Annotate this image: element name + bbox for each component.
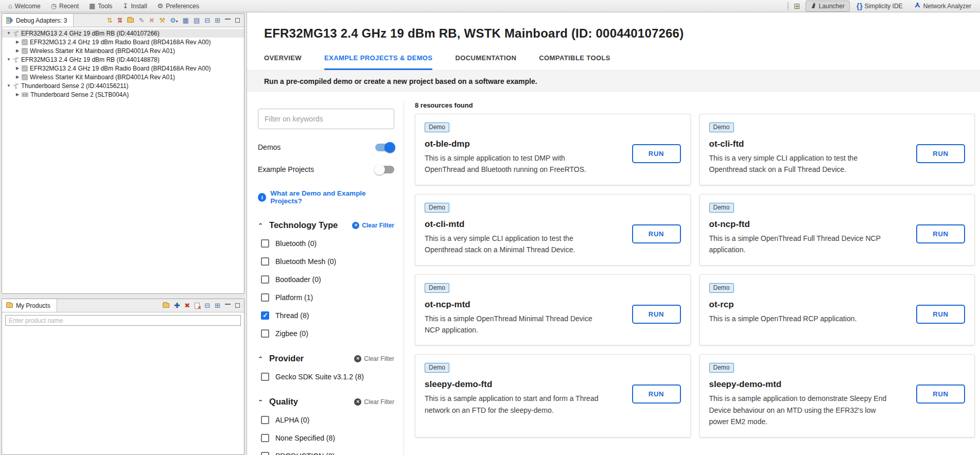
tree-row-label: Thunderboard Sense 2 (ID:440156211)	[21, 82, 129, 90]
import-products-folder-icon[interactable]	[163, 303, 169, 308]
demo-card-sleepy-demo-mtd: Demo sleepy-demo-mtd This is a sample ap…	[699, 354, 975, 437]
welcome-button[interactable]: ⌂ Welcome	[3, 0, 46, 12]
expand-all-icon[interactable]: ⊞	[215, 302, 220, 309]
collapse-arrow-icon[interactable]: ▼	[6, 57, 12, 62]
maximize-panel-icon[interactable]	[235, 303, 240, 308]
tools-button[interactable]: ▦ Tools	[84, 0, 117, 12]
quality-clear-filter[interactable]: ✕ Clear Filter	[354, 398, 394, 406]
checkbox-bluetooth[interactable]: Bluetooth (0)	[258, 239, 394, 248]
perspective-network-analyzer-button[interactable]: Network Analyzer	[909, 1, 976, 11]
keyword-filter-input[interactable]	[258, 109, 394, 129]
checkbox-none-specified[interactable]: None Specified (8)	[258, 433, 394, 443]
tree-row-radio-board-1[interactable]: ▶ EFR32MG13 2.4 GHz 19 dBm Radio Board (…	[2, 38, 244, 46]
chevron-up-icon[interactable]: ⌃	[258, 399, 263, 405]
tree-row-radio-board-2[interactable]: ▶ EFR32MG13 2.4 GHz 19 dBm Radio Board (…	[2, 64, 244, 73]
info-link-label: What are Demo and Example Projects?	[270, 189, 394, 205]
view-cascade-icon[interactable]: ▤	[194, 17, 200, 24]
demos-toggle[interactable]	[375, 144, 394, 151]
run-button[interactable]: RUN	[916, 144, 965, 163]
expand-arrow-icon[interactable]: ▶	[14, 40, 21, 44]
checkbox-checked-icon[interactable]	[261, 311, 269, 320]
debug-adapters-tab[interactable]: Debug Adapters: 3	[2, 14, 74, 27]
tab-documentation[interactable]: DOCUMENTATION	[455, 54, 516, 70]
expand-arrow-icon[interactable]: ▶	[14, 92, 21, 97]
demos-toggle-row: Demos	[258, 143, 394, 151]
checkbox-icon[interactable]	[261, 452, 269, 455]
add-product-icon[interactable]: ✚	[174, 302, 180, 309]
run-button[interactable]: RUN	[632, 224, 681, 243]
demo-badge: Demo	[425, 363, 449, 373]
remove-all-products-icon[interactable]	[195, 303, 200, 309]
tree-row-mainboard-2[interactable]: ▶ Wireless Starter Kit Mainboard (BRD400…	[2, 73, 244, 81]
install-button[interactable]: ↧ Install	[117, 0, 152, 12]
open-perspective-icon[interactable]: ⊞	[794, 2, 800, 10]
example-projects-toggle[interactable]	[375, 166, 394, 173]
checkbox-alpha[interactable]: ALPHA (0)	[258, 415, 394, 425]
checkbox-bluetooth-mesh[interactable]: Bluetooth Mesh (0)	[258, 257, 394, 266]
checkbox-icon[interactable]	[261, 373, 269, 381]
chevron-up-icon[interactable]: ⌃	[258, 222, 263, 228]
provider-clear-filter[interactable]: ✕ Clear Filter	[354, 355, 394, 362]
run-button[interactable]: RUN	[916, 384, 965, 404]
checkbox-icon[interactable]	[261, 275, 269, 284]
tab-example-projects-demos[interactable]: EXAMPLE PROJECTS & DEMOS	[324, 54, 432, 70]
tree-row-mainboard-1[interactable]: ▶ Wireless Starter Kit Mainboard (BRD400…	[2, 46, 244, 55]
run-button[interactable]: RUN	[632, 144, 681, 163]
checkbox-icon[interactable]	[261, 416, 269, 424]
maximize-panel-icon[interactable]	[235, 18, 240, 23]
adapter-settings-gear-icon[interactable]: ⚙▾	[170, 17, 178, 24]
perspective-launcher-button[interactable]: Launcher	[806, 1, 850, 12]
checkbox-bootloader[interactable]: Bootloader (0)	[258, 275, 394, 284]
expand-arrow-icon[interactable]: ▶	[14, 75, 21, 79]
disconnect-icon[interactable]: ⇅̸	[117, 17, 123, 24]
recent-button[interactable]: ◷ Recent	[46, 0, 84, 12]
debug-adapters-panel: Debug Adapters: 3 ⇅ ⇅̸ ✎ ✖ ⚒ ⚙▾ ▦ ▤ ⊟ ⊞	[2, 13, 244, 294]
checkbox-zigbee[interactable]: Zigbee (0)	[258, 329, 394, 338]
expand-arrow-icon[interactable]: ▶	[14, 48, 21, 53]
checkbox-icon[interactable]	[261, 239, 269, 248]
run-button[interactable]: RUN	[632, 384, 681, 404]
run-button[interactable]: RUN	[916, 305, 965, 324]
checkbox-thread[interactable]: Thread (8)	[258, 311, 394, 320]
connect-icon[interactable]: ⇅	[107, 17, 113, 24]
open-solution-folder-icon[interactable]	[127, 18, 134, 23]
checkbox-gecko-sdk[interactable]: Gecko SDK Suite v3.1.2 (8)	[258, 372, 394, 381]
collapse-arrow-icon[interactable]: ▼	[6, 83, 12, 88]
technology-type-clear-filter[interactable]: ✕ Clear Filter	[352, 222, 394, 229]
preferences-button[interactable]: ⚙ Preferences	[152, 0, 204, 12]
run-button[interactable]: RUN	[916, 224, 965, 243]
checkbox-production[interactable]: PRODUCTION (0)	[258, 451, 394, 455]
collapse-all-icon[interactable]: ⊟	[204, 302, 210, 309]
tree-row-thunderboard[interactable]: ▼ Thunderboard Sense 2 (ID:440156211)	[2, 81, 244, 90]
tree-row-adapter-2[interactable]: ▼ EFR32MG13 2.4 GHz 19 dBm RB (ID:440148…	[2, 55, 244, 64]
my-products-body	[2, 312, 244, 328]
checkbox-icon[interactable]	[261, 293, 269, 302]
device-title: EFR32MG13 2.4 GHz 19 dBm RB, WSTK Mainbo…	[247, 12, 980, 41]
expand-all-icon[interactable]: ⊞	[215, 17, 220, 24]
checkbox-platform[interactable]: Platform (1)	[258, 293, 394, 302]
product-name-input[interactable]	[5, 315, 241, 326]
expand-arrow-icon[interactable]: ▶	[14, 66, 21, 71]
collapse-arrow-icon[interactable]: ▼	[6, 31, 12, 36]
tree-row-thunderboard-kit[interactable]: ▶ Thunderboard Sense 2 (SLTB004A)	[2, 90, 244, 99]
minimize-panel-icon[interactable]	[225, 19, 231, 20]
collapse-all-icon[interactable]: ⊟	[204, 17, 210, 24]
my-products-tab[interactable]: My Products	[2, 299, 57, 312]
checkbox-icon[interactable]	[261, 329, 269, 338]
tree-row-adapter-1[interactable]: ▼ EFR32MG13 2.4 GHz 19 dBm RB (ID:440107…	[2, 29, 244, 38]
rename-icon[interactable]: ✎	[138, 17, 144, 24]
run-button[interactable]: RUN	[632, 305, 681, 324]
demo-info-link[interactable]: i What are Demo and Example Projects?	[258, 189, 394, 205]
view-table-icon[interactable]: ▦	[183, 17, 189, 24]
tab-compatible-tools[interactable]: COMPATIBLE TOOLS	[539, 54, 610, 70]
perspective-simplicity-ide-button[interactable]: { } Simplicity IDE	[852, 1, 907, 11]
minimize-panel-icon[interactable]	[225, 304, 231, 305]
recent-label: Recent	[59, 3, 79, 10]
device-tools-icon[interactable]: ⚒	[159, 17, 165, 24]
delete-adapter-icon[interactable]: ✖	[149, 17, 154, 24]
remove-product-icon[interactable]: ✖	[184, 302, 190, 309]
tab-overview[interactable]: OVERVIEW	[264, 54, 302, 70]
checkbox-icon[interactable]	[261, 257, 269, 266]
checkbox-icon[interactable]	[261, 434, 269, 442]
chevron-up-icon[interactable]: ⌃	[258, 356, 263, 361]
